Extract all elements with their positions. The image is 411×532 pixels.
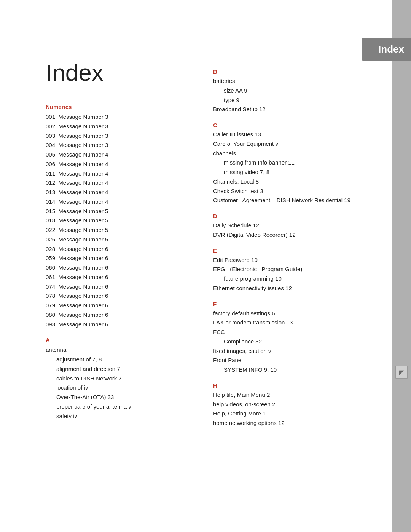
list-item: EPG (Electronic Program Guide) [213,265,381,274]
section-header-c: C [213,122,381,128]
list-item: 080, Message Number 6 [46,310,190,320]
list-item: 022, Message Number 5 [46,225,190,235]
list-item: FCC [213,328,381,337]
list-item: missing video 7, 8 [213,168,381,177]
list-item: antenna [46,345,190,355]
section-c: C Caller ID issues 13 Care of Your Equip… [213,122,381,205]
list-item: Compliance 32 [213,337,381,347]
list-item: 079, Message Number 6 [46,301,190,310]
list-item: 026, Message Number 5 [46,235,190,244]
section-header-b: B [213,69,381,75]
list-item: Channels, Local 8 [213,177,381,187]
right-column: B batteries size AA 9 type 9 Broadband S… [213,61,381,428]
section-h: H Help tile, Main Menu 2 help videos, on… [213,382,381,428]
section-a: A antenna adjustment of 7, 8 alignment a… [46,337,190,421]
list-item: 060, Message Number 6 [46,263,190,273]
right-bar: ◤ [392,0,411,532]
content-area: Index Numerics 001, Message Number 3 002… [0,0,411,459]
left-column: Index Numerics 001, Message Number 3 002… [46,61,190,428]
list-item: 074, Message Number 6 [46,282,190,292]
list-item: Check Switch test 3 [213,187,381,196]
list-item: Daily Schedule 12 [213,221,381,230]
list-item: missing from Info banner 11 [213,158,381,168]
list-item: 028, Message Number 6 [46,244,190,254]
list-item: DVR (Digital Video Recorder) 12 [213,230,381,240]
list-item: Broadband Setup 12 [213,105,381,114]
page-title: Index [46,61,190,85]
tab-label: Index [378,43,404,55]
list-item: 015, Message Number 5 [46,207,190,216]
section-header-d: D [213,213,381,219]
list-item: FAX or modem transmission 13 [213,318,381,328]
list-item: help videos, on-screen 2 [213,400,381,409]
section-header-a: A [46,337,190,343]
section-d: D Daily Schedule 12 DVR (Digital Video R… [213,213,381,240]
list-item: 001, Message Number 3 [46,112,190,122]
list-item: Over-The-Air (OTA) 33 [46,393,190,402]
page-container: ◤ Index Index Numerics 001, Message Numb… [0,0,411,532]
list-item: 004, Message Number 3 [46,141,190,150]
list-item: 018, Message Number 5 [46,216,190,225]
list-item: 061, Message Number 6 [46,273,190,282]
list-item: channels [213,149,381,158]
section-header-numerics: Numerics [46,104,190,110]
index-tab: Index [362,38,411,61]
list-item: 013, Message Number 4 [46,188,190,197]
section-f: F factory default settings 6 FAX or mode… [213,301,381,375]
list-item: safety iv [46,412,190,421]
list-item: fixed images, caution v [213,347,381,356]
page-icon: ◤ [395,366,408,379]
list-item: 011, Message Number 4 [46,169,190,179]
list-item: 078, Message Number 6 [46,291,190,301]
list-item: SYSTEM INFO 9, 10 [213,365,381,375]
section-numerics: Numerics 001, Message Number 3 002, Mess… [46,104,190,329]
section-header-h: H [213,382,381,389]
list-item: type 9 [213,96,381,105]
section-b: B batteries size AA 9 type 9 Broadband S… [213,69,381,114]
section-header-e: E [213,248,381,254]
list-item: Help tile, Main Menu 2 [213,390,381,400]
list-item: 002, Message Number 3 [46,122,190,131]
list-item: proper care of your antenna v [46,402,190,412]
list-item: cables to DISH Network 7 [46,374,190,383]
list-item: location of iv [46,383,190,393]
section-e: E Edit Password 10 EPG (Electronic Progr… [213,248,381,293]
list-item: batteries [213,77,381,86]
list-item: 014, Message Number 4 [46,197,190,207]
list-item: Customer Agreement, DISH Network Residen… [213,196,381,205]
list-item: Edit Password 10 [213,256,381,265]
list-item: 093, Message Number 6 [46,320,190,329]
list-item: Help, Getting More 1 [213,409,381,419]
list-item: size AA 9 [213,86,381,96]
list-item: alignment and direction 7 [46,364,190,374]
list-item: 005, Message Number 4 [46,150,190,160]
list-item: adjustment of 7, 8 [46,355,190,364]
list-item: Ethernet connectivity issues 12 [213,284,381,293]
list-item: Front Panel [213,356,381,365]
list-item: Care of Your Equipment v [213,139,381,149]
list-item: 059, Message Number 6 [46,254,190,263]
list-item: factory default settings 6 [213,309,381,318]
list-item: home networking options 12 [213,419,381,428]
section-header-f: F [213,301,381,307]
list-item: Caller ID issues 13 [213,130,381,139]
list-item: 012, Message Number 4 [46,178,190,188]
list-item: 006, Message Number 4 [46,160,190,169]
list-item: future programming 10 [213,274,381,284]
list-item: 003, Message Number 3 [46,131,190,141]
